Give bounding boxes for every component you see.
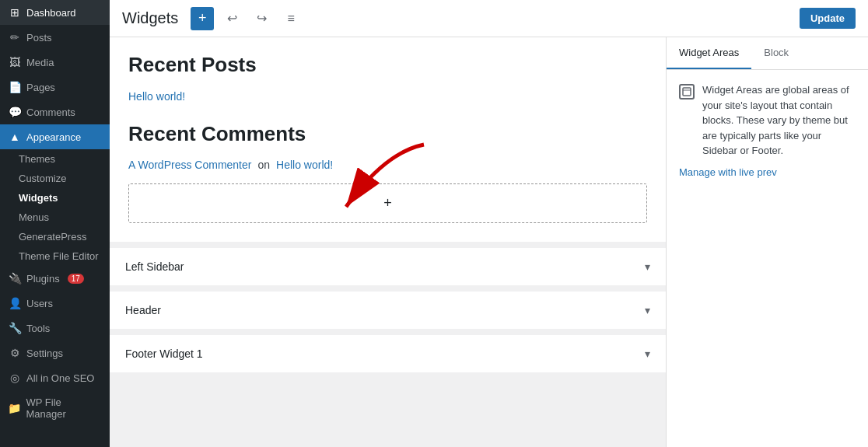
sidebar-sub-themes[interactable]: Themes	[0, 149, 110, 169]
sidebar-item-pages[interactable]: 📄 Pages	[0, 75, 110, 100]
topbar: Widgets + ↩ ↪ ≡ Update	[110, 0, 868, 37]
sidebar-sub-menus[interactable]: Menus	[0, 208, 110, 227]
list-view-button[interactable]: ≡	[279, 7, 303, 30]
tab-widget-areas[interactable]: Widget Areas	[667, 37, 751, 69]
left-sidebar-chevron: ▾	[645, 260, 650, 273]
undo-icon: ↩	[227, 11, 237, 26]
footer-widget-1-label: Footer Widget 1	[125, 347, 203, 360]
tab-block[interactable]: Block	[751, 37, 801, 69]
users-icon: 👤	[8, 297, 22, 309]
media-icon: 🖼	[8, 56, 22, 68]
settings-icon: ⚙	[8, 347, 22, 359]
hello-world-link-1[interactable]: Hello world!	[128, 90, 185, 103]
undo-button[interactable]: ↩	[220, 7, 243, 30]
plugins-badge: 17	[68, 274, 84, 284]
sidebar-item-appearance[interactable]: ▲ Appearance	[0, 124, 110, 149]
plugins-icon: 🔌	[8, 272, 22, 285]
sidebar-item-comments[interactable]: 💬 Comments	[0, 100, 110, 124]
sidebar-item-media[interactable]: 🖼 Media	[0, 50, 110, 75]
list-view-icon: ≡	[288, 12, 295, 26]
sidebar-sub-generatepress[interactable]: GeneratePress	[0, 227, 110, 246]
file-manager-icon: 📁	[8, 402, 22, 414]
sidebar-sub-widgets[interactable]: Widgets	[0, 188, 110, 208]
left-sidebar-section[interactable]: Left Sidebar ▾	[110, 248, 666, 285]
right-panel: Widget Areas Block Widget Areas are glob…	[666, 37, 868, 447]
commenter-link[interactable]: A WordPress Commenter	[128, 159, 251, 171]
sidebar-item-tools[interactable]: 🔧 Tools	[0, 316, 110, 340]
header-chevron: ▾	[645, 304, 650, 316]
sidebar-item-all-in-one-seo[interactable]: ◎ All in One SEO	[0, 365, 110, 390]
tools-icon: 🔧	[8, 322, 22, 334]
sidebar-item-wp-file-manager[interactable]: 📁 WP File Manager	[0, 390, 110, 426]
left-sidebar-label: Left Sidebar	[125, 260, 184, 273]
sidebar-sub-customize[interactable]: Customize	[0, 169, 110, 188]
pages-icon: 📄	[8, 81, 22, 93]
arrow-annotation-container: +	[128, 183, 647, 223]
hello-world-link-2[interactable]: Hello world!	[276, 159, 333, 171]
manage-live-preview-link[interactable]: Manage with live prev	[679, 166, 856, 178]
sidebar-item-users[interactable]: 👤 Users	[0, 291, 110, 316]
add-block-inline-button[interactable]: +	[128, 183, 647, 223]
recent-comments-title: Recent Comments	[128, 122, 647, 146]
posts-icon: ✏	[8, 31, 22, 44]
redo-icon: ↪	[257, 11, 267, 26]
content-area: Recent Posts Hello world! Recent Comment…	[110, 37, 868, 447]
widget-content: Recent Posts Hello world! Recent Comment…	[110, 37, 666, 242]
panel-tabs: Widget Areas Block	[667, 37, 868, 70]
on-text: on	[257, 159, 270, 171]
sidebar-item-plugins[interactable]: 🔌 Plugins 17	[0, 266, 110, 291]
panel-info: Widget Areas are global areas of your si…	[679, 82, 856, 159]
appearance-icon: ▲	[8, 131, 22, 143]
header-label: Header	[125, 304, 161, 316]
header-section[interactable]: Header ▾	[110, 292, 666, 329]
sidebar-sub-theme-file-editor[interactable]: Theme File Editor	[0, 246, 110, 266]
dashboard-icon: ⊞	[8, 6, 22, 19]
recent-comments-list: A WordPress Commenter on Hello world!	[128, 159, 647, 171]
redo-button[interactable]: ↪	[250, 7, 273, 30]
sidebar-item-dashboard[interactable]: ⊞ Dashboard	[0, 0, 110, 25]
add-block-button[interactable]: +	[191, 7, 214, 30]
editor[interactable]: Recent Posts Hello world! Recent Comment…	[110, 37, 666, 447]
sidebar-item-settings[interactable]: ⚙ Settings	[0, 340, 110, 365]
recent-posts-list: Hello world!	[128, 89, 647, 103]
sidebar-item-posts[interactable]: ✏ Posts	[0, 25, 110, 50]
comments-icon: 💬	[8, 106, 22, 118]
footer-widget-1-chevron: ▾	[645, 347, 650, 360]
widget-area-icon	[679, 84, 695, 100]
panel-content: Widget Areas are global areas of your si…	[667, 70, 868, 447]
plus-icon: +	[383, 195, 392, 211]
update-button[interactable]: Update	[800, 8, 856, 29]
seo-icon: ◎	[8, 372, 22, 384]
sidebar: ⊞ Dashboard ✏ Posts 🖼 Media 📄 Pages 💬 Co…	[0, 0, 110, 447]
svg-rect-1	[683, 88, 691, 96]
page-title: Widgets	[122, 9, 178, 27]
main-area: Widgets + ↩ ↪ ≡ Update Recent Posts Hell…	[110, 0, 868, 447]
recent-posts-title: Recent Posts	[128, 53, 647, 77]
footer-widget-1-section[interactable]: Footer Widget 1 ▾	[110, 335, 666, 372]
